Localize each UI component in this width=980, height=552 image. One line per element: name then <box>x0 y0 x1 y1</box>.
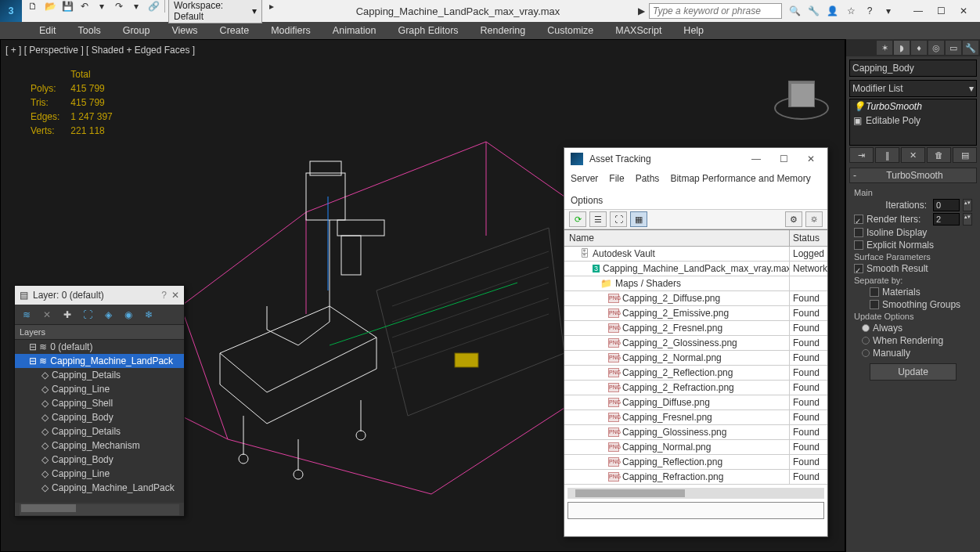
render-iters-spinner[interactable]: 2 <box>933 213 960 225</box>
asset-row[interactable]: PNGCapping_Diffuse.pngFound <box>564 395 827 410</box>
star-icon[interactable]: ☆ <box>843 3 859 19</box>
menu-group[interactable]: Group <box>112 23 161 38</box>
menu-create[interactable]: Create <box>209 23 261 38</box>
asset-row[interactable]: PNGCapping_Reflection.pngFound <box>564 455 827 470</box>
asset-row[interactable]: 🗄Autodesk VaultLogged <box>564 247 827 262</box>
refresh-icon[interactable]: ⟳ <box>569 211 586 227</box>
layer-panel-titlebar[interactable]: ▤ Layer: 0 (default) ? ✕ <box>15 286 184 305</box>
always-radio[interactable] <box>862 324 870 332</box>
asset-panel-titlebar[interactable]: Asset Tracking — ☐ ✕ <box>564 148 827 170</box>
new-layer-icon[interactable]: ≋ <box>20 308 34 322</box>
update-button[interactable]: Update <box>870 363 957 381</box>
asset-row[interactable]: PNGCapping_Fresnel.pngFound <box>564 410 827 425</box>
modifier-list-dropdown[interactable]: Modifier List▾ <box>849 80 977 97</box>
asset-menu-options[interactable]: Options <box>571 195 603 206</box>
manually-radio[interactable] <box>862 349 870 357</box>
freeze-layer-icon[interactable]: ❄ <box>142 308 156 322</box>
col-name[interactable]: Name <box>564 230 790 246</box>
redo-icon[interactable]: ↷ <box>111 0 127 14</box>
menu-modifiers[interactable]: Modifiers <box>260 23 322 38</box>
workspace-menu-icon[interactable]: ▸ <box>264 0 279 14</box>
link-icon[interactable]: 🔗 <box>146 0 161 14</box>
close-button[interactable]: ✕ <box>801 153 821 164</box>
smooth-result-checkbox[interactable] <box>854 264 863 273</box>
dropdown-icon[interactable]: ▾ <box>94 0 110 14</box>
layer-node[interactable]: ◇Capping_Machine_LandPack <box>15 481 184 495</box>
iterations-spinner[interactable]: 0 <box>933 199 960 211</box>
open-icon[interactable]: 📂 <box>42 0 58 14</box>
list-icon[interactable]: ☰ <box>589 211 607 227</box>
help-icon[interactable]: ? <box>862 3 877 19</box>
layer-node[interactable]: ◇Capping_Details <box>15 368 184 382</box>
dropdown-icon[interactable]: ▾ <box>881 3 896 19</box>
asset-row[interactable]: 3Capping_Machine_LandPack_max_vray.maxNe… <box>564 262 827 276</box>
tree-icon[interactable]: ⛶ <box>610 211 627 227</box>
layer-node[interactable]: ◇Capping_Body <box>15 453 184 467</box>
asset-row[interactable]: PNGCapping_Normal.pngFound <box>564 440 827 455</box>
scrollbar[interactable] <box>20 504 179 515</box>
motion-tab-icon[interactable]: ◎ <box>928 41 944 55</box>
remove-mod-icon[interactable]: 🗑 <box>927 147 951 163</box>
undo-icon[interactable]: ↶ <box>77 0 92 14</box>
modifier-stack[interactable]: 💡TurboSmooth ▣Editable Poly <box>849 99 977 146</box>
maximize-button[interactable]: ☐ <box>773 153 794 164</box>
menu-views[interactable]: Views <box>160 23 208 38</box>
modify-tab-icon[interactable]: ◗ <box>894 41 910 55</box>
settings-icon[interactable]: ⚙ <box>785 211 802 227</box>
asset-row[interactable]: PNGCapping_2_Refraction.pngFound <box>564 381 827 395</box>
configure-sets-icon[interactable]: ▤ <box>953 147 977 163</box>
layer-tree[interactable]: ⊟ ≋0 (default)⊟ ≋Capping_Machine_LandPac… <box>15 340 184 503</box>
hierarchy-tab-icon[interactable]: ♦ <box>911 41 927 55</box>
layer-node[interactable]: ◇Capping_Body <box>15 410 184 424</box>
minimize-button[interactable]: — <box>745 153 767 164</box>
create-tab-icon[interactable]: ✶ <box>877 41 892 55</box>
dropdown-icon[interactable]: ▾ <box>128 0 144 14</box>
select-layer-icon[interactable]: ⛶ <box>81 308 95 322</box>
modifier-turbosmooth[interactable]: 💡TurboSmooth <box>850 99 976 114</box>
scrollbar-horizontal[interactable] <box>567 488 824 499</box>
layer-node[interactable]: ◇Capping_Line <box>15 467 184 481</box>
menu-rendering[interactable]: Rendering <box>470 23 537 38</box>
asset-row[interactable]: PNGCapping_Refraction.pngFound <box>564 470 827 485</box>
menu-animation[interactable]: Animation <box>322 23 387 38</box>
object-name-field[interactable]: Capping_Body <box>849 60 977 77</box>
spinner-buttons[interactable]: ▴▾ <box>963 213 972 225</box>
add-to-layer-icon[interactable]: ✚ <box>60 308 74 322</box>
minimize-button[interactable]: — <box>913 5 923 16</box>
show-end-result-icon[interactable]: ‖ <box>875 147 899 163</box>
menu-customize[interactable]: Customize <box>536 23 604 38</box>
display-tab-icon[interactable]: ▭ <box>946 41 961 55</box>
lightbulb-icon[interactable]: 💡 <box>853 101 863 112</box>
asset-menu-file[interactable]: File <box>609 173 624 184</box>
materials-checkbox[interactable] <box>870 287 879 297</box>
tool-icon[interactable]: 🔧 <box>805 3 821 19</box>
make-unique-icon[interactable]: ✕ <box>901 147 925 163</box>
layer-node[interactable]: ◇Capping_Mechanism <box>15 438 184 453</box>
rollout-title[interactable]: TurboSmooth <box>886 170 942 181</box>
utilities-tab-icon[interactable]: 🔧 <box>963 41 978 55</box>
menu-maxscript[interactable]: MAXScript <box>604 23 672 38</box>
asset-row[interactable]: PNGCapping_2_Glossiness.pngFound <box>564 336 827 351</box>
signin-icon[interactable]: 👤 <box>824 3 840 19</box>
modifier-editable-poly[interactable]: ▣Editable Poly <box>850 114 976 128</box>
help-icon[interactable]: ? <box>161 290 167 301</box>
asset-row[interactable]: PNGCapping_2_Diffuse.pngFound <box>564 291 827 306</box>
viewport-label[interactable]: [ + ] [ Perspective ] [ Shaded + Edged F… <box>5 45 195 56</box>
asset-row[interactable]: PNGCapping_2_Normal.pngFound <box>564 351 827 366</box>
close-button[interactable]: ✕ <box>960 5 967 16</box>
close-icon[interactable]: ✕ <box>171 290 179 301</box>
search-input[interactable] <box>649 3 782 19</box>
asset-row[interactable]: PNGCapping_2_Fresnel.pngFound <box>564 321 827 336</box>
highlight-layer-icon[interactable]: ◈ <box>101 308 115 322</box>
asset-row[interactable]: 📁Maps / Shaders <box>564 276 827 291</box>
search-nav-icon[interactable]: ▶ <box>633 3 649 19</box>
pin-stack-icon[interactable]: ⇥ <box>849 147 874 163</box>
menu-edit[interactable]: Edit <box>28 23 67 38</box>
asset-row[interactable]: PNGCapping_2_Emissive.pngFound <box>564 306 827 321</box>
menu-tools[interactable]: Tools <box>67 23 112 38</box>
expand-icon[interactable]: ▣ <box>853 115 863 126</box>
spinner-buttons[interactable]: ▴▾ <box>963 199 972 211</box>
smoothing-groups-checkbox[interactable] <box>870 300 879 309</box>
workspace-selector[interactable]: Workspace: Default ▾ <box>168 0 262 23</box>
layer-node[interactable]: ◇Capping_Details <box>15 424 184 438</box>
